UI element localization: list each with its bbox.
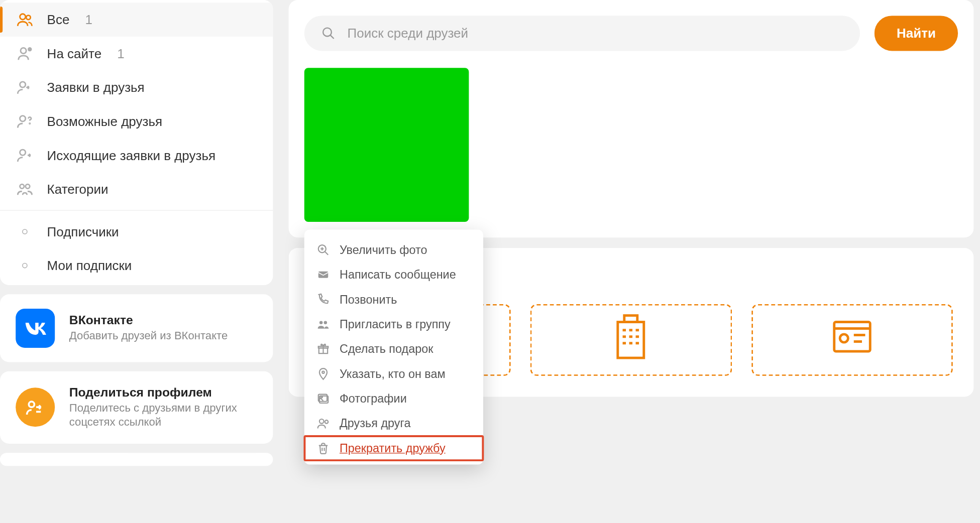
promo-sub: Поделитесь с друзьями в других соцсетях … [69,402,257,429]
friend-photo[interactable] [304,68,469,222]
svg-point-0 [20,14,26,20]
svg-point-10 [23,229,27,234]
svg-point-4 [20,82,26,87]
search-field[interactable] [304,16,860,51]
svg-rect-28 [624,316,637,322]
ctx-label: Увеличить фото [340,243,427,256]
share-icon [16,388,55,427]
panel-stub [0,453,273,466]
promo-title: Поделиться профилем [69,385,257,400]
svg-point-13 [323,28,332,37]
person-out-icon [16,146,34,164]
promo-title: ВКонтакте [69,313,228,328]
ctx-relation[interactable]: Указать, кто он вам [304,361,483,386]
svg-point-6 [30,123,30,123]
ctx-photos[interactable]: Фотографии [304,386,483,411]
svg-point-2 [21,48,26,53]
friend-card[interactable]: Увеличить фото Написать сообщение Позвон… [304,68,469,222]
ctx-invite-group[interactable]: Пригласить в группу [304,312,483,336]
group-icon [316,317,331,332]
ctx-label: Указать, кто он вам [340,367,446,380]
pin-person-icon [316,367,331,381]
svg-point-11 [23,264,27,268]
svg-point-16 [319,321,323,325]
photos-icon [316,391,331,406]
nav-label: Категории [47,182,108,197]
svg-point-7 [20,150,26,155]
person-arrow-icon [16,78,34,96]
phone-icon [316,292,331,307]
nav-label: Исходящие заявки в друзья [47,148,215,163]
ctx-label: Фотографии [340,392,407,406]
sidebar: Все 1 На сайте 1 Заявки в друзья [0,0,273,466]
zoom-icon [316,243,331,257]
nav-label: Мои подписки [47,258,132,273]
svg-point-30 [840,334,848,342]
people-multi-icon [16,180,34,198]
suggest-card-profile[interactable] [751,304,953,376]
friends-panel: Найти Увеличить фото Написать сообщение [289,0,974,237]
promo-vk[interactable]: ВКонтакте Добавить друзей из ВКонтакте [0,294,273,362]
nav-divider [0,210,273,211]
svg-point-25 [325,420,329,424]
nav-label: Все [47,12,70,27]
promo-share[interactable]: Поделиться профилем Поделитесь с друзьям… [0,371,273,444]
mail-icon [316,268,331,282]
ctx-label: Пригласить в группу [340,317,451,331]
nav-outgoing[interactable]: Исходящие заявки в друзья [0,139,273,173]
ctx-zoom-photo[interactable]: Увеличить фото [304,237,483,262]
search-icon [321,26,336,41]
ctx-mutual-friends[interactable]: Друзья друга [304,411,483,436]
ctx-call[interactable]: Позвонить [304,287,483,312]
main: Найти Увеличить фото Написать сообщение [289,0,980,466]
vk-icon [16,309,55,348]
nav-label: Подписчики [47,224,119,239]
nav-online[interactable]: На сайте 1 [0,37,273,71]
people-icon [16,11,34,29]
nav-label: Заявки в друзья [47,80,145,95]
svg-rect-15 [318,272,329,278]
ctx-label: Сделать подарок [340,342,433,356]
nav-label: Возможные друзья [47,114,162,129]
nav-label: На сайте [47,46,102,61]
gift-icon [316,342,331,356]
circle-icon [16,256,34,275]
nav-count: 1 [117,46,124,61]
ctx-message[interactable]: Написать сообщение [304,263,483,287]
nav-subscriptions[interactable]: Мои подписки [0,248,273,283]
ctx-gift[interactable]: Сделать подарок [304,337,483,361]
svg-point-3 [28,48,31,51]
trash-icon [316,441,331,456]
nav-possible[interactable]: Возможные друзья [0,104,273,139]
promo-sub: Добавить друзей из ВКонтакте [69,329,228,343]
nav-requests[interactable]: Заявки в друзья [0,70,273,104]
ctx-label: Написать сообщение [340,268,456,282]
promo-text: Поделиться профилем Поделитесь с друзьям… [69,385,257,429]
nav-subscribers[interactable]: Подписчики [0,215,273,249]
svg-point-12 [29,402,34,407]
svg-point-20 [322,371,324,373]
context-menu: Увеличить фото Написать сообщение Позвон… [304,230,483,465]
svg-point-1 [26,16,30,20]
person-q-icon [16,112,34,130]
friends-icon [316,416,331,431]
suggest-card-work[interactable] [530,304,732,376]
promo-text: ВКонтакте Добавить друзей из ВКонтакте [69,313,228,343]
search-input[interactable] [348,26,843,41]
nav-categories[interactable]: Категории [0,172,273,206]
ctx-label: Друзья друга [340,417,411,430]
circle-icon [16,222,34,240]
svg-point-17 [324,321,328,325]
nav-panel: Все 1 На сайте 1 Заявки в друзья [0,0,273,285]
svg-point-24 [319,419,324,424]
find-button[interactable]: Найти [875,16,958,51]
ctx-label: Прекратить дружбу [340,441,446,455]
person-dot-icon [16,44,34,62]
ctx-unfriend[interactable]: Прекратить дружбу [304,436,483,460]
svg-point-23 [321,396,322,398]
svg-point-8 [20,184,24,188]
svg-rect-27 [618,322,644,358]
nav-count: 1 [85,12,92,27]
svg-point-5 [20,116,26,121]
nav-all[interactable]: Все 1 [0,3,273,37]
